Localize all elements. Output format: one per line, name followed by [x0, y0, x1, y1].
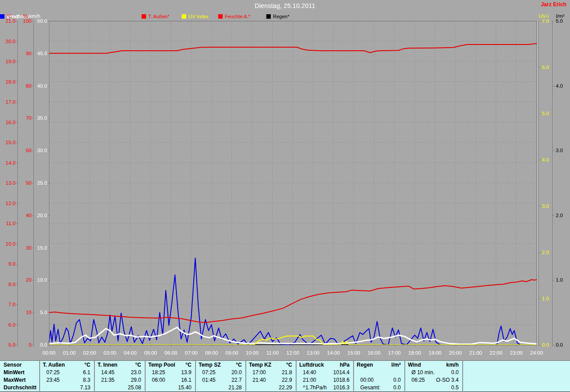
- cell-value: 1018.6: [333, 377, 350, 383]
- column-unit: l/m²: [391, 362, 401, 368]
- cell-time: 17:00: [252, 369, 266, 376]
- axis-tick-label: 0: [29, 342, 32, 348]
- table-cell: 22.29: [245, 384, 296, 391]
- table-cell: 18:2513.9: [145, 368, 195, 376]
- x-axis-label: 03:00: [103, 350, 116, 356]
- table-cell: Ø 10 min.0.0: [404, 368, 462, 376]
- axis-tick-label: 16.0: [6, 120, 16, 125]
- table-cell: 14:4523.0: [94, 368, 145, 376]
- cell-value: O-SO 3.4: [436, 377, 459, 383]
- cell-time: 21:35: [101, 377, 114, 383]
- axis-tick-label: 30.0: [37, 148, 47, 153]
- axis-tick-label: 20.0: [6, 39, 16, 44]
- axis-tick-label: 13.0: [6, 180, 16, 186]
- cell-value: 1016.3: [333, 384, 350, 391]
- column-header: Wind: [408, 362, 421, 368]
- cell-value: 21.8: [282, 369, 292, 376]
- cell-value: 22.7: [232, 377, 242, 383]
- table-cell: Temp SZ°C: [195, 361, 245, 368]
- cell-value: 25.08: [128, 384, 141, 391]
- cell-time: 07:25: [46, 369, 60, 376]
- table-cell: 21:4022.9: [245, 376, 296, 384]
- cell-value: 8.3: [83, 377, 90, 383]
- axis-tick-label: 3.0: [556, 148, 563, 153]
- cell-time: ^1.7hPa/h: [303, 384, 327, 391]
- cell-value: 15.40: [178, 384, 191, 391]
- axis-tick-label: 9.0: [8, 261, 16, 267]
- cell-value: 22.9: [282, 377, 292, 383]
- x-axis-label: 21:00: [469, 350, 482, 356]
- x-axis-label: 10:00: [246, 350, 259, 356]
- axis-tick-label: 1.0: [556, 277, 563, 283]
- column-header: Temp Pool: [148, 362, 175, 368]
- x-axis-label: 07:00: [185, 350, 198, 356]
- x-axis-label: 08:00: [205, 350, 218, 356]
- cell-time: 06:25: [411, 377, 425, 383]
- table-cell: 00:000.0: [353, 376, 404, 384]
- cell-value: 20.0: [232, 369, 242, 376]
- axis-tick-label: 5.0: [542, 111, 549, 116]
- cell-time: Ø 10 min.: [411, 369, 435, 376]
- axis-tick-label: 90: [26, 51, 32, 56]
- weather-chart: 5.06.07.08.09.010.011.012.013.014.015.01…: [0, 0, 570, 360]
- table-filler: [462, 368, 570, 376]
- cell-value: 7.13: [80, 384, 90, 391]
- cell-value: 16.1: [181, 377, 191, 383]
- cell-value: 29.0: [131, 377, 141, 383]
- column-unit: km/h: [446, 362, 459, 368]
- table-cell: Temp KZ°C: [245, 361, 296, 368]
- axis-tick-label: 40.0: [37, 83, 47, 89]
- x-axis-label: 23:00: [510, 350, 523, 356]
- table-cell: T. Innen°C: [94, 361, 145, 368]
- axis-tick-label: 5.0: [40, 310, 47, 315]
- column-unit: °C: [85, 362, 90, 368]
- cell-time: 23:45: [46, 377, 60, 383]
- table-cell: 01:4522.7: [195, 376, 245, 384]
- table-filler: [462, 384, 570, 391]
- table-cell: Regenl/m²: [353, 361, 404, 368]
- table-cell: Gesamt:0.0: [353, 384, 404, 391]
- axis-tick-label: 3.0: [542, 203, 549, 209]
- x-axis-label: 16:00: [368, 350, 381, 356]
- cell-value: 13.9: [181, 369, 191, 376]
- axis-tick-label: 15.0: [37, 245, 47, 251]
- table-cell: ^1.7hPa/h1016.3: [296, 384, 353, 391]
- column-unit: hPa: [340, 362, 350, 368]
- cell-time: 14:45: [101, 369, 114, 376]
- axis-tick-label: 12.0: [6, 201, 16, 206]
- axis-tick-label: 10.0: [37, 277, 47, 283]
- axis-tick-label: 30: [26, 245, 32, 251]
- axis-tick-label: 70: [26, 115, 32, 121]
- cell-time: 14:40: [303, 369, 316, 376]
- axis-tick-label: 5.0: [556, 18, 563, 24]
- x-axis-label: 00:00: [43, 350, 56, 356]
- axis-tick-label: 21.0: [6, 18, 16, 24]
- table-row-label: MinWert: [0, 369, 39, 376]
- axis-tick-label: 2.0: [542, 250, 549, 255]
- table-cell: T. Außen°C: [39, 361, 94, 368]
- axis-unit-label: %: [23, 13, 28, 19]
- weather-app-window: Dienstag, 25.10.2011 Jarz Erich T. Außen…: [0, 0, 570, 392]
- table-cell: 25.08: [94, 384, 145, 391]
- axis-tick-label: 50: [26, 180, 32, 186]
- x-axis-label: 20:00: [449, 350, 462, 356]
- column-header: T. Außen: [43, 362, 65, 368]
- x-axis-label: 14:00: [327, 350, 340, 356]
- x-axis-label: 09:00: [225, 350, 238, 356]
- axis-unit-label: °C: [7, 13, 12, 19]
- axis-tick-label: 50.0: [37, 18, 47, 24]
- axis-unit-label: UV-I: [539, 13, 549, 19]
- x-axis-label: 18:00: [408, 350, 421, 356]
- column-unit: °C: [236, 362, 242, 368]
- axis-tick-label: 19.0: [6, 59, 16, 64]
- table-cell: 21:3529.0: [94, 376, 145, 384]
- x-axis-label: 22:00: [489, 350, 502, 356]
- axis-tick-label: 2.0: [556, 213, 563, 218]
- table-cell: 07:2520.0: [195, 368, 245, 376]
- axis-tick-label: 20: [26, 277, 32, 283]
- axis-tick-label: 25.0: [37, 180, 47, 186]
- table-cell: 14:401014.4: [296, 368, 353, 376]
- axis-tick-label: 4.0: [556, 83, 563, 89]
- axis-tick-label: 17.0: [6, 99, 16, 105]
- axis-tick-label: 35.0: [37, 115, 47, 121]
